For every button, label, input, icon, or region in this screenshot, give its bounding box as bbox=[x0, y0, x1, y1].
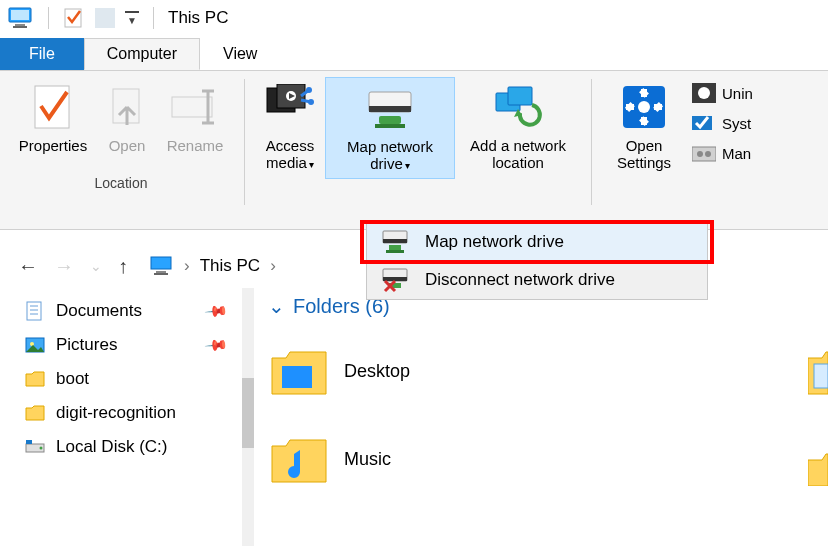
rename-button[interactable]: Rename bbox=[156, 77, 234, 177]
drive-icon bbox=[24, 436, 46, 458]
svg-rect-39 bbox=[386, 250, 404, 253]
uninstall-button[interactable]: Unin bbox=[692, 83, 753, 103]
quick-access-toolbar: ▼ This PC bbox=[0, 0, 828, 36]
map-network-drive-button[interactable]: Map networkdrive▾ bbox=[325, 77, 455, 179]
ribbon: Properties Open Rename Location bbox=[0, 70, 828, 230]
svg-point-35 bbox=[705, 151, 711, 157]
this-pc-crumb-icon bbox=[150, 256, 174, 276]
open-button[interactable]: Open bbox=[98, 77, 156, 177]
map-drive-dropdown: Map network drive Disconnect network dri… bbox=[366, 222, 708, 300]
nav-documents[interactable]: Documents 📌 bbox=[24, 294, 254, 328]
open-settings-button[interactable]: OpenSettings bbox=[602, 77, 686, 177]
system-properties-button[interactable]: Syst bbox=[692, 113, 753, 133]
nav-pane: Documents 📌 Pictures 📌 boot digit-recogn… bbox=[0, 288, 254, 546]
svg-rect-44 bbox=[156, 271, 166, 273]
customize-qat-icon[interactable]: ▼ bbox=[125, 11, 139, 26]
separator bbox=[48, 7, 49, 29]
svg-rect-5 bbox=[95, 8, 115, 28]
svg-rect-43 bbox=[151, 257, 171, 269]
explorer-window: ▼ This PC File Computer View Properties bbox=[0, 0, 828, 546]
svg-rect-17 bbox=[375, 124, 405, 128]
dropdown-disconnect-network-drive[interactable]: Disconnect network drive bbox=[367, 261, 707, 299]
svg-rect-53 bbox=[26, 440, 32, 444]
this-pc-icon bbox=[8, 7, 34, 29]
svg-rect-55 bbox=[282, 366, 312, 388]
svg-point-21 bbox=[638, 101, 650, 113]
separator bbox=[153, 7, 154, 29]
folder-music[interactable]: Music bbox=[268, 424, 391, 494]
group-label-location: Location bbox=[8, 175, 234, 191]
add-network-location-button[interactable]: Add a networklocation bbox=[455, 77, 581, 179]
group-divider bbox=[591, 79, 592, 205]
content-area: Documents 📌 Pictures 📌 boot digit-recogn… bbox=[0, 288, 828, 546]
blank-qat-icon[interactable] bbox=[95, 8, 115, 28]
svg-rect-1 bbox=[11, 10, 29, 20]
folder-icon bbox=[24, 402, 46, 424]
svg-rect-56 bbox=[814, 364, 828, 388]
svg-rect-46 bbox=[27, 302, 41, 320]
pin-icon: 📌 bbox=[203, 298, 229, 324]
pictures-icon bbox=[24, 334, 46, 356]
svg-rect-19 bbox=[508, 87, 532, 105]
svg-rect-3 bbox=[13, 26, 27, 28]
tab-view[interactable]: View bbox=[200, 38, 280, 70]
nav-recent-icon[interactable]: ⌄ bbox=[90, 258, 102, 274]
svg-rect-45 bbox=[154, 273, 168, 275]
group-network: Accessmedia▾ Map networkdrive▾ Add a net… bbox=[247, 71, 589, 229]
svg-rect-41 bbox=[383, 277, 407, 281]
svg-point-31 bbox=[698, 87, 710, 99]
sidebar-scrollbar[interactable] bbox=[242, 288, 254, 546]
svg-point-51 bbox=[30, 342, 34, 346]
music-folder-icon bbox=[268, 432, 330, 486]
svg-rect-16 bbox=[379, 116, 401, 124]
manage-button[interactable]: Man bbox=[692, 143, 753, 163]
properties-qat-icon[interactable] bbox=[63, 7, 85, 29]
nav-local-disk[interactable]: Local Disk (C:) bbox=[24, 430, 254, 464]
main-pane: ⌄ Folders (6) Desktop Music bbox=[254, 288, 828, 546]
nav-back-icon[interactable]: ← bbox=[18, 255, 38, 278]
nav-digit-recognition[interactable]: digit-recognition bbox=[24, 396, 254, 430]
folder-partial-icon bbox=[808, 446, 828, 486]
desktop-folder-icon bbox=[268, 344, 330, 398]
svg-point-34 bbox=[697, 151, 703, 157]
dropdown-map-network-drive[interactable]: Map network drive bbox=[367, 223, 707, 261]
svg-rect-8 bbox=[172, 97, 212, 117]
group-location: Properties Open Rename Location bbox=[0, 71, 242, 229]
svg-rect-33 bbox=[692, 147, 716, 161]
ribbon-tabs: File Computer View bbox=[0, 36, 828, 70]
nav-pictures[interactable]: Pictures 📌 bbox=[24, 328, 254, 362]
svg-rect-38 bbox=[389, 245, 401, 250]
pin-icon: 📌 bbox=[203, 332, 229, 358]
group-system: OpenSettings Unin Syst Man bbox=[594, 71, 761, 229]
svg-point-13 bbox=[308, 99, 314, 105]
group-label-network bbox=[255, 177, 581, 193]
svg-point-54 bbox=[40, 447, 43, 450]
nav-up-icon[interactable]: ↑ bbox=[118, 255, 128, 278]
folder-desktop[interactable]: Desktop bbox=[268, 336, 410, 406]
svg-rect-37 bbox=[383, 239, 407, 243]
svg-rect-2 bbox=[15, 24, 25, 26]
window-title: This PC bbox=[168, 8, 228, 28]
system-small-buttons: Unin Syst Man bbox=[686, 77, 753, 177]
properties-button[interactable]: Properties bbox=[8, 77, 98, 177]
access-media-button[interactable]: Accessmedia▾ bbox=[255, 77, 325, 179]
svg-point-12 bbox=[306, 87, 312, 93]
folder-partial-icon bbox=[808, 344, 828, 398]
tab-file[interactable]: File bbox=[0, 38, 84, 70]
group-divider bbox=[244, 79, 245, 205]
svg-rect-15 bbox=[369, 106, 411, 112]
breadcrumb[interactable]: › This PC › bbox=[150, 256, 276, 276]
breadcrumb-item[interactable]: This PC bbox=[200, 256, 260, 276]
documents-icon bbox=[24, 300, 46, 322]
nav-forward-icon[interactable]: → bbox=[54, 255, 74, 278]
tab-computer[interactable]: Computer bbox=[84, 38, 200, 70]
folder-icon bbox=[24, 368, 46, 390]
chevron-down-icon: ⌄ bbox=[268, 294, 285, 318]
nav-boot[interactable]: boot bbox=[24, 362, 254, 396]
